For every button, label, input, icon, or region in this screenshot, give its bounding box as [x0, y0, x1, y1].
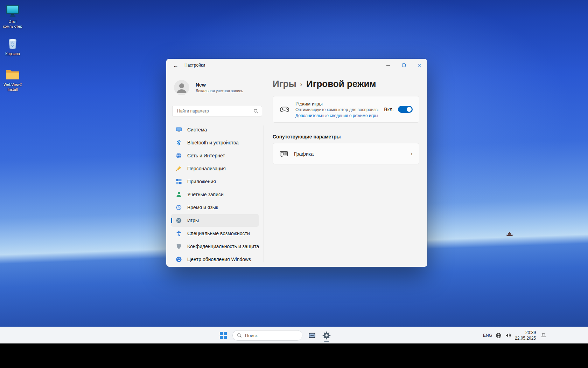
breadcrumb: Игры › Игровой режим: [273, 79, 376, 89]
personalization-icon: [175, 165, 182, 172]
toggle-knob: [407, 107, 412, 112]
caption-buttons: ✕: [380, 59, 427, 71]
this-pc-icon: [5, 4, 21, 18]
sidebar-item-label: Игры: [187, 218, 199, 223]
taskbar-search[interactable]: Поиск: [232, 330, 302, 341]
volume-icon[interactable]: [505, 333, 511, 338]
game-mode-learn-more-link[interactable]: Дополнительные сведения о режиме игры: [295, 113, 378, 118]
sidebar-item-personalization[interactable]: Персонализация: [171, 162, 259, 175]
settings-sidebar-nav: Система Bluetooth и устройства Сеть и Ин…: [166, 123, 264, 266]
accessibility-icon: [175, 230, 182, 237]
notification-bell-icon[interactable]: [541, 333, 546, 338]
game-controller-icon: [279, 106, 290, 113]
desktop-icon-webview2[interactable]: WebView2 Install: [0, 68, 25, 92]
sidebar-item-label: Сеть и Интернет: [187, 153, 225, 158]
game-mode-toggle[interactable]: [398, 106, 413, 113]
input-language-indicator[interactable]: ENG: [483, 333, 492, 338]
maximize-icon: [402, 63, 406, 67]
sidebar-item-apps[interactable]: Приложения: [171, 175, 259, 188]
taskbar-app-icon[interactable]: [305, 329, 318, 342]
graphics-gpu-icon: [279, 150, 288, 157]
taskbar-search-placeholder: Поиск: [245, 333, 258, 338]
game-mode-title: Режим игры: [295, 101, 378, 107]
gear-icon: [322, 331, 331, 340]
user-avatar-icon: [174, 80, 189, 95]
apps-icon: [175, 178, 182, 185]
clock-date: 22.05.2025: [515, 335, 536, 341]
clock-time: 20:39: [515, 330, 536, 335]
sidebar-content-divider: [264, 125, 264, 262]
minimize-button[interactable]: [380, 59, 396, 71]
sidebar-item-games[interactable]: Игры: [171, 214, 259, 227]
search-icon: [237, 333, 242, 338]
sidebar-item-bluetooth[interactable]: Bluetooth и устройства: [171, 136, 259, 149]
desktop-icon-label: Корзина: [5, 52, 20, 56]
close-button[interactable]: ✕: [412, 59, 427, 71]
folder-icon: [5, 68, 21, 81]
selected-indicator: [171, 218, 172, 223]
game-mode-text: Режим игры Оптимизируйте компьютер для в…: [295, 101, 378, 118]
start-button[interactable]: [217, 329, 230, 341]
sidebar-item-time-language[interactable]: Время и язык: [171, 201, 259, 214]
sidebar-item-label: Bluetooth и устройства: [187, 140, 239, 145]
chevron-right-icon: ›: [411, 150, 413, 157]
network-icon: [175, 152, 182, 159]
avatar[interactable]: [174, 80, 189, 95]
sidebar-item-label: Приложения: [187, 179, 216, 184]
game-mode-card: Режим игры Оптимизируйте компьютер для в…: [273, 96, 419, 123]
windows-update-icon: [175, 256, 182, 263]
network-globe-icon[interactable]: [496, 333, 502, 339]
titlebar[interactable]: ← Настройки ✕: [166, 59, 427, 71]
desktop-icon-recycle-bin[interactable]: Корзина: [0, 36, 25, 56]
sidebar-item-accessibility[interactable]: Специальные возможности: [171, 227, 259, 240]
search-icon: [253, 109, 259, 114]
sidebar-item-accounts[interactable]: Учетные записи: [171, 188, 259, 201]
maximize-button[interactable]: [396, 59, 412, 71]
settings-window: ← Настройки ✕ New Локальная учетная запи…: [166, 59, 427, 267]
windows-logo-icon: [220, 332, 227, 339]
sidebar-item-label: Время и язык: [187, 205, 218, 210]
graphics-title: Графика: [294, 151, 405, 157]
taskbar-settings-icon[interactable]: [320, 329, 333, 342]
sidebar-item-label: Центр обновления Windows: [187, 257, 251, 262]
sidebar-item-privacy[interactable]: Конфиденциальность и защита: [171, 240, 259, 253]
system-icon: [175, 126, 182, 133]
time-language-icon: [175, 204, 182, 211]
related-settings-header: Сопутствующие параметры: [273, 134, 341, 139]
graphics-card[interactable]: Графика ›: [273, 143, 419, 164]
game-mode-description: Оптимизируйте компьютер для воспроизведе…: [295, 107, 378, 112]
back-button[interactable]: ←: [170, 61, 181, 69]
bluetooth-icon: [175, 139, 182, 146]
open-app-indicator: [324, 341, 329, 342]
sidebar-item-label: Система: [187, 127, 207, 132]
accounts-icon: [175, 191, 182, 198]
system-tray: ENG 20:39 22.05.2025: [483, 327, 546, 344]
sidebar-item-label: Специальные возможности: [187, 231, 250, 236]
settings-search-box[interactable]: [172, 106, 262, 116]
taskbar-clock[interactable]: 20:39 22.05.2025: [515, 330, 536, 341]
sidebar-item-label: Конфиденциальность и защита: [187, 244, 259, 249]
settings-search-input[interactable]: [176, 108, 253, 114]
sidebar-item-label: Учетные записи: [187, 192, 224, 197]
taskbar: Поиск ENG: [0, 327, 588, 343]
desktop-icon-label: WebView2 Install: [0, 82, 25, 92]
minimize-icon: [386, 65, 390, 66]
distant-ship: [505, 231, 514, 236]
window-title: Настройки: [184, 63, 205, 68]
desktop-icon-this-pc[interactable]: Этот компьютер: [0, 4, 25, 29]
page-title: Игровой режим: [306, 79, 376, 89]
desktop-icon-label: Этот компьютер: [0, 19, 25, 29]
graphics-text: Графика: [294, 151, 405, 157]
game-mode-toggle-group: Вкл.: [384, 106, 413, 113]
user-block: New Локальная учетная запись: [196, 82, 243, 93]
breadcrumb-chevron-icon: ›: [300, 80, 303, 88]
sidebar-item-network[interactable]: Сеть и Интернет: [171, 149, 259, 162]
games-icon: [175, 217, 182, 224]
toggle-state-label: Вкл.: [384, 107, 394, 112]
sidebar-item-system[interactable]: Система: [171, 123, 259, 136]
close-icon: ✕: [418, 63, 421, 68]
breadcrumb-parent[interactable]: Игры: [273, 79, 296, 89]
sidebar-item-label: Персонализация: [187, 166, 226, 171]
sidebar-item-windows-update[interactable]: Центр обновления Windows: [171, 253, 259, 266]
privacy-shield-icon: [175, 243, 182, 250]
